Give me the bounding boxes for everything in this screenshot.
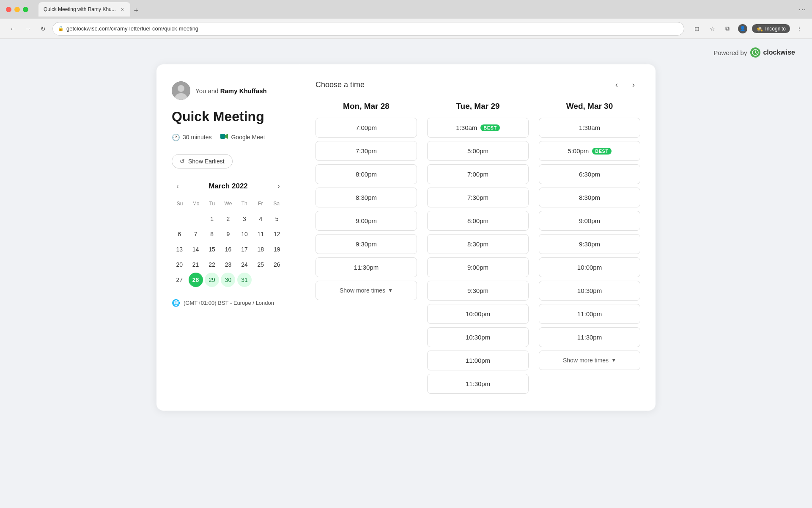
cal-date-20[interactable]: 20 xyxy=(172,257,187,272)
calendar-prev-button[interactable]: ‹ xyxy=(172,180,184,192)
close-window-button[interactable] xyxy=(6,7,11,12)
powered-by-section: Powered by clockwise xyxy=(17,47,795,58)
next-week-button[interactable]: › xyxy=(627,78,640,91)
browser-toolbar: ← → ↻ 🔒 getclockwise.com/c/ramy-letterfu… xyxy=(0,19,812,39)
cal-date-26[interactable]: 26 xyxy=(270,257,284,272)
cal-date-23[interactable]: 23 xyxy=(221,257,235,272)
duration-label: 30 minutes xyxy=(183,134,211,141)
avatar xyxy=(172,81,190,100)
user-label: You and Ramy Khuffash xyxy=(195,87,267,94)
time-slot[interactable]: 9:30pm xyxy=(315,234,417,254)
time-slot[interactable]: 9:00pm xyxy=(315,211,417,231)
time-slot[interactable]: 10:00pm xyxy=(539,257,640,277)
cal-date-2[interactable]: 2 xyxy=(221,212,235,226)
choose-time-title: Choose a time xyxy=(315,80,365,89)
time-slot[interactable]: 11:30pm xyxy=(427,374,529,394)
refresh-button[interactable]: ↻ xyxy=(37,23,49,35)
cal-date-6[interactable]: 6 xyxy=(172,227,187,241)
cal-date-31[interactable]: 31 xyxy=(237,273,252,287)
address-bar[interactable]: 🔒 getclockwise.com/c/ramy-letterfuel-com… xyxy=(52,22,684,36)
time-slot[interactable]: 7:00pm xyxy=(315,118,417,138)
maximize-window-button[interactable] xyxy=(23,7,28,12)
time-slot[interactable]: 7:30pm xyxy=(315,141,417,161)
cal-date-9[interactable]: 9 xyxy=(221,227,235,241)
active-tab[interactable]: Quick Meeting with Ramy Khu... ✕ xyxy=(38,2,130,17)
cal-date-13[interactable]: 13 xyxy=(172,242,187,257)
back-button[interactable]: ← xyxy=(7,23,19,35)
time-slot[interactable]: 9:30pm xyxy=(539,234,640,254)
clockwise-brand-name: clockwise xyxy=(763,49,795,56)
extension-icon[interactable]: ⧉ xyxy=(721,23,733,35)
cal-date-24[interactable]: 24 xyxy=(237,257,252,272)
cal-date-8[interactable]: 8 xyxy=(205,227,219,241)
calendar-days-header: Su Mo Tu We Th Fr Sa xyxy=(172,199,285,208)
cal-date-11[interactable]: 11 xyxy=(253,227,268,241)
time-slot[interactable]: 8:30pm xyxy=(427,234,529,254)
time-slot[interactable]: 11:30pm xyxy=(539,327,640,347)
time-slot[interactable]: 1:30am xyxy=(539,118,640,138)
cal-date-empty xyxy=(172,212,187,226)
cal-date-4[interactable]: 4 xyxy=(253,212,268,226)
time-slot[interactable]: 9:00pm xyxy=(427,257,529,277)
cal-date-25[interactable]: 25 xyxy=(253,257,268,272)
day-label-mo: Mo xyxy=(188,199,204,208)
show-earliest-label: Show Earliest xyxy=(188,158,225,165)
time-slot[interactable]: 11:30pm xyxy=(315,257,417,277)
time-slot[interactable]: 11:00pm xyxy=(539,304,640,324)
cal-date-28[interactable]: 28 xyxy=(189,273,203,287)
cal-date-5[interactable]: 5 xyxy=(270,212,284,226)
bookmark-icon[interactable]: ☆ xyxy=(706,23,718,35)
cal-date-14[interactable]: 14 xyxy=(189,242,203,257)
time-slot[interactable]: 9:30pm xyxy=(427,281,529,301)
time-slot[interactable]: 7:00pm xyxy=(427,164,529,184)
time-slot[interactable]: 10:30pm xyxy=(539,281,640,301)
tab-close-button[interactable]: ✕ xyxy=(119,6,125,12)
time-slot[interactable]: 10:30pm xyxy=(427,327,529,347)
show-more-times-button-mon[interactable]: Show more times ▼ xyxy=(315,281,417,300)
cal-date-15[interactable]: 15 xyxy=(205,242,219,257)
time-slot[interactable]: 11:00pm xyxy=(427,351,529,370)
time-slot[interactable]: 6:30pm xyxy=(539,164,640,184)
time-slot[interactable]: 9:00pm xyxy=(539,211,640,231)
profile-icon[interactable]: 👤 xyxy=(737,23,749,35)
url-text: getclockwise.com/c/ramy-letterfuel-com/q… xyxy=(66,25,198,32)
browser-menu-button[interactable]: ⋮ xyxy=(793,23,805,35)
cal-date-17[interactable]: 17 xyxy=(237,242,252,257)
cast-icon[interactable]: ⊡ xyxy=(691,23,703,35)
cal-date-27[interactable]: 27 xyxy=(172,273,187,287)
browser-titlebar: Quick Meeting with Ramy Khu... ✕ + ⋯ xyxy=(0,0,812,19)
time-slot[interactable]: 8:00pm xyxy=(427,211,529,231)
meeting-title: Quick Meeting xyxy=(172,108,285,124)
cal-date-10[interactable]: 10 xyxy=(237,227,252,241)
minimize-window-button[interactable] xyxy=(14,7,20,12)
cal-date-16[interactable]: 16 xyxy=(221,242,235,257)
cal-date-21[interactable]: 21 xyxy=(189,257,203,272)
time-slot[interactable]: 1:30am BEST xyxy=(427,118,529,138)
cal-date-19[interactable]: 19 xyxy=(270,242,284,257)
time-slot[interactable]: 8:30pm xyxy=(315,188,417,207)
right-panel: Choose a time ‹ › Mon, Mar 28 7:00pm 7:3… xyxy=(300,64,656,411)
cal-date-29[interactable]: 29 xyxy=(205,273,219,287)
show-earliest-button[interactable]: ↺ Show Earliest xyxy=(172,154,233,168)
forward-button[interactable]: → xyxy=(22,23,34,35)
cal-date-1[interactable]: 1 xyxy=(205,212,219,226)
window-menu-button[interactable]: ⋯ xyxy=(798,5,806,14)
time-slot[interactable]: 8:30pm xyxy=(539,188,640,207)
time-slot[interactable]: 8:00pm xyxy=(315,164,417,184)
calendar-next-button[interactable]: › xyxy=(273,180,285,192)
cal-date-3[interactable]: 3 xyxy=(237,212,252,226)
time-slot[interactable]: 10:00pm xyxy=(427,304,529,324)
cal-date-18[interactable]: 18 xyxy=(253,242,268,257)
time-slot[interactable]: 5:00pm xyxy=(427,141,529,161)
cal-date-22[interactable]: 22 xyxy=(205,257,219,272)
cal-date-7[interactable]: 7 xyxy=(189,227,203,241)
new-tab-button[interactable]: + xyxy=(130,5,142,17)
show-more-times-button-wed[interactable]: Show more times ▼ xyxy=(539,351,640,370)
time-slot[interactable]: 7:30pm xyxy=(427,188,529,207)
cal-date-12[interactable]: 12 xyxy=(270,227,284,241)
column-header-wed: Wed, Mar 30 xyxy=(539,102,640,111)
cal-date-30[interactable]: 30 xyxy=(221,273,235,287)
user-name: Ramy Khuffash xyxy=(220,87,267,94)
prev-week-button[interactable]: ‹ xyxy=(610,78,623,91)
time-slot[interactable]: 5:00pm BEST xyxy=(539,141,640,161)
